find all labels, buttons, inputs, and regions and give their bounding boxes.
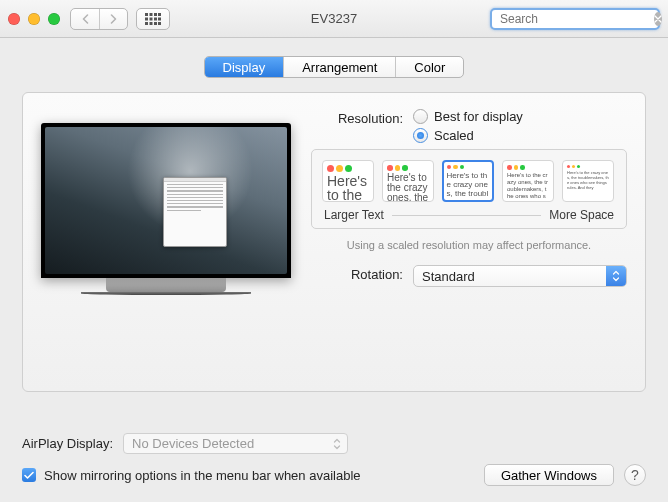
airplay-select[interactable]: No Devices Detected [123,433,348,454]
clear-search-icon[interactable] [654,12,662,26]
scaled-note: Using a scaled resolution may affect per… [311,239,627,251]
svg-rect-6 [154,17,157,20]
chevron-updown-icon [333,438,341,450]
svg-rect-10 [158,13,161,16]
tab-bar: Display Arrangement Color [204,56,465,78]
radio-best-for-display[interactable]: Best for display [413,109,523,124]
scale-option-1[interactable]: Here's to the crazy ones, the troublemak… [322,160,374,202]
search-input[interactable] [496,12,654,26]
radio-scaled[interactable]: Scaled [413,128,523,143]
scale-option-3[interactable]: Here's to the crazy ones, the troublemak… [442,160,494,202]
mirror-label: Show mirroring options in the menu bar w… [44,468,361,483]
chevron-updown-icon [606,266,626,286]
svg-rect-4 [145,17,148,20]
airplay-value: No Devices Detected [132,436,254,451]
svg-rect-2 [154,13,157,16]
nav-back-forward [70,8,128,30]
resolution-thumbnails: Here's to the crazy ones, the troublemak… [311,149,627,229]
larger-text-label: Larger Text [324,208,384,222]
svg-rect-12 [158,22,161,25]
display-preview [41,109,291,371]
svg-rect-9 [154,22,157,25]
zoom-icon[interactable] [48,13,60,25]
forward-button[interactable] [99,9,127,29]
help-button[interactable]: ? [624,464,646,486]
window-title: EV3237 [311,11,357,26]
close-icon[interactable] [8,13,20,25]
svg-rect-11 [158,17,161,20]
svg-rect-7 [145,22,148,25]
svg-rect-1 [150,13,153,16]
rotation-value: Standard [422,269,475,284]
scale-option-2[interactable]: Here's to the crazy ones, the troublemak… [382,160,434,202]
show-all-button[interactable] [136,8,170,30]
gather-windows-button[interactable]: Gather Windows [484,464,614,486]
svg-rect-0 [145,13,148,16]
scale-option-5[interactable]: Here's to the crazy ones, the troublemak… [562,160,614,202]
traffic-lights [8,13,60,25]
scale-option-4[interactable]: Here's to the crazy ones, the troublemak… [502,160,554,202]
tab-color[interactable]: Color [395,57,463,77]
back-button[interactable] [71,9,99,29]
mirror-checkbox[interactable] [22,468,36,482]
rotation-label: Rotation: [311,265,403,287]
search-field[interactable] [490,8,660,30]
radio-label: Scaled [434,128,474,143]
more-space-label: More Space [549,208,614,222]
svg-rect-5 [150,17,153,20]
footer: AirPlay Display: No Devices Detected Sho… [0,421,668,502]
settings-panel: Resolution: Best for display Scaled Here… [22,92,646,392]
airplay-label: AirPlay Display: [22,436,113,451]
tab-display[interactable]: Display [205,57,284,77]
rotation-select[interactable]: Standard [413,265,627,287]
titlebar: EV3237 [0,0,668,38]
radio-label: Best for display [434,109,523,124]
tab-arrangement[interactable]: Arrangement [283,57,395,77]
svg-rect-8 [150,22,153,25]
minimize-icon[interactable] [28,13,40,25]
resolution-label: Resolution: [311,109,403,143]
